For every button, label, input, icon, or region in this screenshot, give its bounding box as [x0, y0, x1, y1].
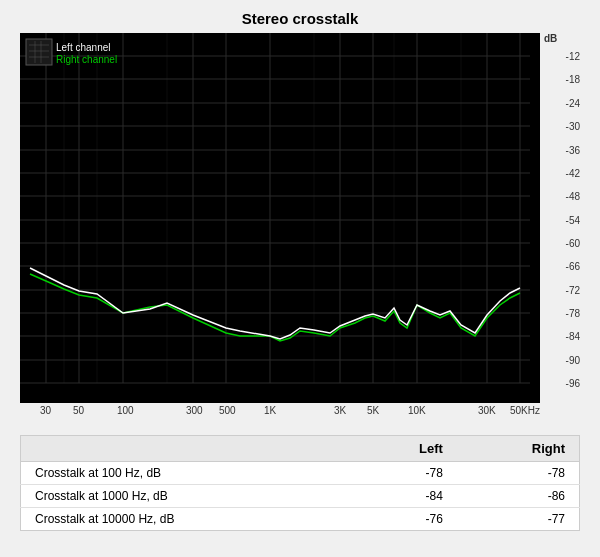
- x-label-30k: 30K: [478, 405, 496, 416]
- table-row: Crosstalk at 10000 Hz, dB-76-77: [21, 508, 580, 531]
- table-cell-left: -84: [354, 485, 457, 508]
- y-label-72: -72: [566, 285, 580, 296]
- x-label-10k: 10K: [408, 405, 426, 416]
- table-cell-right: -86: [457, 485, 580, 508]
- x-label-5k: 5K: [367, 405, 379, 416]
- db-axis-label: dB: [544, 33, 557, 44]
- data-table: Left Right Crosstalk at 100 Hz, dB-78-78…: [20, 435, 580, 531]
- y-label-42: -42: [566, 168, 580, 179]
- x-label-100: 100: [117, 405, 134, 416]
- x-label-3k: 3K: [334, 405, 346, 416]
- x-label-50: 50: [73, 405, 84, 416]
- data-table-container: Left Right Crosstalk at 100 Hz, dB-78-78…: [20, 435, 580, 531]
- x-label-500: 500: [219, 405, 236, 416]
- table-cell-left: -78: [354, 462, 457, 485]
- y-label-60: -60: [566, 238, 580, 249]
- page-title: Stereo crosstalk: [242, 10, 359, 27]
- svg-rect-0: [20, 33, 540, 403]
- svg-rect-33: [26, 39, 52, 65]
- y-label-78: -78: [566, 308, 580, 319]
- y-label-48: -48: [566, 191, 580, 202]
- table-row: Crosstalk at 100 Hz, dB-78-78: [21, 462, 580, 485]
- svg-text:Right channel: Right channel: [56, 54, 117, 65]
- y-label-36: -36: [566, 145, 580, 156]
- table-cell-label: Crosstalk at 1000 Hz, dB: [21, 485, 354, 508]
- x-label-300: 300: [186, 405, 203, 416]
- table-cell-left: -76: [354, 508, 457, 531]
- y-label-96: -96: [566, 378, 580, 389]
- table-cell-label: Crosstalk at 10000 Hz, dB: [21, 508, 354, 531]
- table-header-right: Right: [457, 436, 580, 462]
- chart-area: Left channel Right channel: [20, 33, 540, 403]
- y-label-90: -90: [566, 355, 580, 366]
- table-row: Crosstalk at 1000 Hz, dB-84-86: [21, 485, 580, 508]
- table-cell-right: -77: [457, 508, 580, 531]
- x-label-1k: 1K: [264, 405, 276, 416]
- y-label-30: -30: [566, 121, 580, 132]
- y-label-84: -84: [566, 331, 580, 342]
- table-header-left: Left: [354, 436, 457, 462]
- table-cell-label: Crosstalk at 100 Hz, dB: [21, 462, 354, 485]
- x-label-30: 30: [40, 405, 51, 416]
- table-header-label: [21, 436, 354, 462]
- svg-text:Left channel: Left channel: [56, 42, 111, 53]
- hz-label: Hz: [528, 405, 540, 416]
- y-label-66: -66: [566, 261, 580, 272]
- y-label-24: -24: [566, 98, 580, 109]
- x-label-50k: 50K: [510, 405, 528, 416]
- table-cell-right: -78: [457, 462, 580, 485]
- y-label-54: -54: [566, 215, 580, 226]
- y-label-18: -18: [566, 74, 580, 85]
- y-label-12: -12: [566, 51, 580, 62]
